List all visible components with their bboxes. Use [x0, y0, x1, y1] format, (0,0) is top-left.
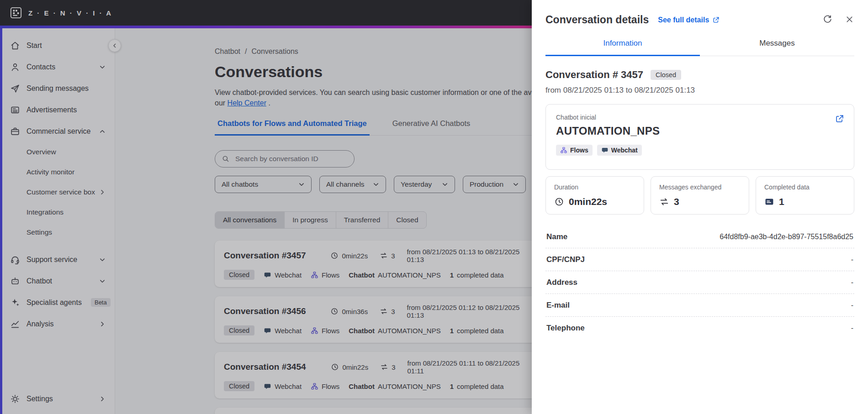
external-link-icon [712, 16, 720, 24]
stat-value: 3 [674, 196, 679, 207]
chatbot-badges: Flows Webchat [556, 145, 844, 156]
flows-badge-label: Flows [570, 147, 588, 154]
stat-value: 1 [779, 196, 784, 207]
field-row-name: Name 64fd8fb9-ae3b-4d2e-b897-75515f8a6d2… [545, 225, 854, 248]
field-row-cpf-cnpj: CPF/CNPJ - [545, 248, 854, 271]
drawer-title: Conversation details [545, 14, 649, 26]
drawer-status-badge: Closed [651, 70, 681, 80]
stat-label: Messages exchanged [659, 183, 741, 191]
duration-stat-card: Duration 0min22s [545, 176, 644, 215]
close-button[interactable] [845, 15, 854, 26]
tab-messages[interactable]: Messages [700, 39, 854, 56]
field-label: CPF/CNPJ [546, 255, 585, 264]
webchat-icon [601, 147, 609, 154]
field-row-telephone: Telephone - [545, 317, 854, 339]
messages-exchanged-icon [659, 197, 669, 207]
stat-label: Completed data [764, 183, 846, 191]
drawer-conversation-header: Conversation # 3457 Closed [545, 69, 854, 81]
field-label: Address [546, 278, 577, 287]
see-full-details-label: See full details [658, 16, 709, 24]
drawer-period: from 08/21/2025 01:13 to 08/21/2025 01:1… [545, 86, 854, 95]
flows-icon [560, 147, 567, 154]
completed-data-stat-card: Completed data 1 [756, 176, 854, 215]
chatbot-name: AUTOMATION_NPS [556, 125, 844, 137]
tab-label: Messages [759, 39, 794, 47]
field-row-email: E-mail - [545, 294, 854, 317]
field-value: - [851, 278, 853, 287]
stats-row: Duration 0min22s Messages exchanged 3 Co… [545, 176, 854, 215]
tab-label: Information [603, 39, 642, 47]
tab-information[interactable]: Information [545, 39, 700, 56]
completed-data-icon [764, 197, 774, 207]
field-value: - [851, 256, 853, 264]
chatbot-card: Chatbot inicial AUTOMATION_NPS Flows Web… [545, 104, 854, 170]
chatbot-card-label: Chatbot inicial [556, 114, 844, 121]
field-label: E-mail [546, 301, 570, 310]
field-row-address: Address - [545, 271, 854, 294]
messages-stat-card: Messages exchanged 3 [651, 176, 749, 215]
refresh-button[interactable] [822, 14, 833, 26]
field-value: - [851, 324, 853, 332]
conversation-details-drawer: Conversation details See full details In… [532, 0, 868, 414]
drawer-tabs: Information Messages [545, 39, 854, 56]
field-value: - [851, 301, 853, 309]
customer-fields-list: Name 64fd8fb9-ae3b-4d2e-b897-75515f8a6d2… [545, 225, 854, 339]
flows-badge: Flows [556, 145, 593, 156]
drawer-actions [822, 14, 854, 26]
drawer-header: Conversation details See full details [545, 0, 854, 26]
field-value: 64fd8fb9-ae3b-4d2e-b897-75515f8a6d25 [720, 233, 853, 241]
modal-scrim[interactable] [0, 0, 532, 414]
open-chatbot-button[interactable] [834, 113, 846, 126]
webchat-badge-label: Webchat [611, 147, 638, 154]
field-label: Name [546, 232, 567, 241]
stat-value: 0min22s [569, 196, 607, 207]
webchat-badge: Webchat [597, 145, 642, 156]
clock-icon [554, 197, 564, 207]
drawer-conversation-title: Conversation # 3457 [545, 69, 643, 81]
field-label: Telephone [546, 324, 585, 333]
stat-label: Duration [554, 183, 635, 191]
see-full-details-link[interactable]: See full details [658, 16, 720, 24]
